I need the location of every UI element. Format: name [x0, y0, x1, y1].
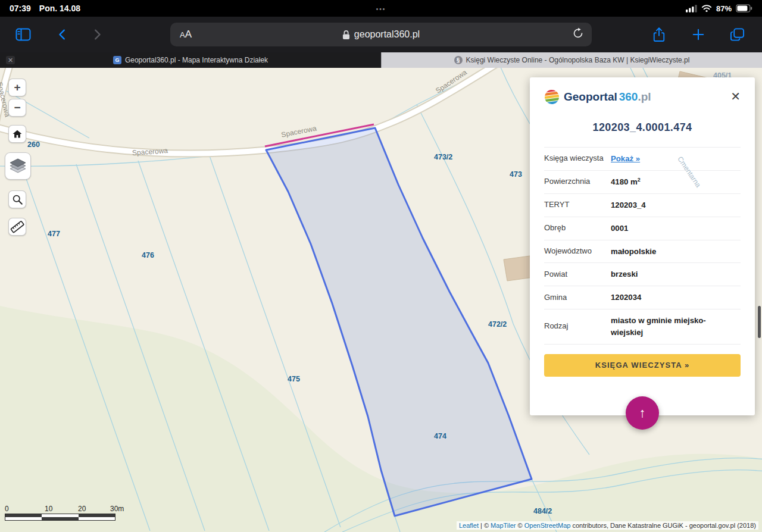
- status-date: Pon. 14.08: [39, 4, 80, 13]
- tab-bar: ✕ G Geoportal360.pl - Mapa Interaktywna …: [0, 52, 762, 68]
- row-label: Księga wieczysta: [544, 153, 611, 164]
- leaflet-link[interactable]: Leaflet: [459, 522, 479, 529]
- parcel-id-title: 120203_4.0001.474: [544, 121, 741, 134]
- chevron-right-icon: [90, 27, 104, 42]
- row-value: 4180 m2: [611, 176, 641, 188]
- scale-label: 20: [78, 505, 86, 513]
- sidebar-button[interactable]: [15, 28, 31, 41]
- parcel-label-472-2: 472/2: [488, 320, 507, 328]
- home-icon: [12, 129, 23, 139]
- row-label: Obręb: [544, 223, 611, 234]
- multitask-dots: •••: [376, 5, 386, 12]
- parcel-label-260: 260: [27, 140, 40, 149]
- parcel-label-484-2: 484/2: [533, 507, 552, 515]
- geoportal-favicon: G: [113, 56, 121, 64]
- parcel-label-474: 474: [434, 432, 446, 440]
- plus-icon: [692, 28, 705, 41]
- scale-bar: 0 10 20 30m: [5, 505, 130, 521]
- arrow-up-icon: ↑: [639, 405, 646, 420]
- reader-small-a: A: [180, 30, 185, 39]
- reload-button[interactable]: [572, 27, 584, 42]
- wifi-icon: [701, 4, 712, 12]
- parcel-label-477: 477: [48, 230, 60, 238]
- table-row: Powierzchnia 4180 m2: [544, 171, 741, 194]
- battery-icon: [736, 4, 752, 12]
- lock-icon: [342, 30, 350, 40]
- layers-icon: [9, 158, 27, 174]
- battery-percent: 87%: [716, 4, 732, 13]
- status-bar: 07:39 Pon. 14.08 ••• 87%: [0, 0, 762, 17]
- zoom-in-button[interactable]: +: [8, 79, 26, 96]
- row-value: małopolskie: [611, 246, 656, 258]
- geoportal360-logo[interactable]: Geoportal360.pl: [544, 89, 651, 105]
- table-row: Obręb 0001: [544, 217, 741, 240]
- parcel-label-475: 475: [288, 375, 300, 383]
- share-icon: [652, 26, 666, 43]
- home-button[interactable]: [8, 125, 26, 143]
- tab-title-geoportal: Geoportal360.pl - Mapa Interaktywna Dzia…: [125, 56, 268, 64]
- row-label: Rodzaj: [544, 321, 611, 332]
- table-row: Powiat brzeski: [544, 263, 741, 286]
- table-row: Gmina 1202034: [544, 286, 741, 309]
- table-row: TERYT 120203_4: [544, 194, 741, 217]
- cellular-icon: [686, 5, 697, 12]
- pokaz-link[interactable]: Pokaż »: [611, 153, 640, 165]
- reader-button[interactable]: A A: [180, 29, 192, 40]
- layers-button[interactable]: [5, 152, 31, 180]
- table-row: Rodzaj miasto w gminie miejsko-wiejskiej: [544, 309, 741, 345]
- scroll-top-fab[interactable]: ↑: [626, 396, 659, 430]
- row-label: Powierzchnia: [544, 176, 611, 187]
- measure-button[interactable]: [8, 218, 26, 236]
- tabs-icon: [730, 27, 745, 42]
- parcel-attributes-table: Księga wieczysta Pokaż » Powierzchnia 41…: [544, 147, 741, 345]
- chevron-left-icon: [56, 27, 69, 42]
- parcel-label-473: 473: [510, 170, 522, 179]
- map-attribution: Leaflet | © MapTiler © OpenStreetMap con…: [457, 521, 758, 530]
- ksiegi-favicon: §: [454, 56, 463, 64]
- scroll-indicator[interactable]: [758, 306, 761, 338]
- globe-logo-icon: [544, 89, 560, 105]
- row-value: 1202034: [611, 292, 641, 303]
- parcel-label-476: 476: [142, 251, 154, 259]
- panel-close-button[interactable]: ✕: [730, 90, 741, 102]
- row-value: 120203_4: [611, 199, 646, 211]
- parcel-label-473-2: 473/2: [434, 153, 452, 161]
- search-icon: [12, 194, 23, 205]
- scale-label: 0: [5, 505, 9, 513]
- reload-icon: [572, 27, 584, 39]
- row-value: 0001: [611, 223, 628, 234]
- table-row: Księga wieczysta Pokaż »: [544, 148, 741, 171]
- tab-ksiegi-wieczyste[interactable]: § Księgi Wieczyste Online - Ogólnopolska…: [381, 52, 762, 68]
- tab-close-button[interactable]: ✕: [6, 56, 15, 64]
- row-label: TERYT: [544, 199, 611, 211]
- ruler-icon: [10, 220, 24, 234]
- row-value: brzeski: [611, 268, 638, 280]
- search-button[interactable]: [8, 190, 26, 208]
- row-label: Województwo: [544, 246, 611, 257]
- safari-toolbar: A A geoportal360.pl: [0, 17, 762, 52]
- attribution-text: ©: [516, 522, 524, 529]
- sidebar-icon: [15, 28, 31, 41]
- maptiler-link[interactable]: MapTiler: [491, 522, 516, 529]
- forward-button[interactable]: [90, 27, 104, 42]
- tabs-button[interactable]: [730, 27, 745, 42]
- ksiega-wieczysta-button[interactable]: KSIĘGA WIECZYSTA »: [544, 354, 741, 377]
- logo-360: 360: [619, 90, 638, 103]
- attribution-text: contributors, Dane Katastralne GUGiK - g…: [570, 522, 756, 529]
- row-label: Powiat: [544, 269, 611, 280]
- scale-label: 30m: [110, 505, 124, 513]
- new-tab-button[interactable]: [692, 28, 705, 41]
- logo-tld: .pl: [638, 90, 651, 103]
- tab-title-ksiegi: Księgi Wieczyste Online - Ogólnopolska B…: [466, 56, 690, 64]
- tab-geoportal[interactable]: ✕ G Geoportal360.pl - Mapa Interaktywna …: [0, 52, 381, 68]
- url-field[interactable]: A A geoportal360.pl: [170, 23, 592, 46]
- scale-label: 10: [45, 505, 52, 513]
- clock: 07:39: [10, 4, 31, 13]
- row-value: miasto w gminie miejsko-wiejskiej: [611, 315, 736, 339]
- attribution-text: | ©: [479, 522, 491, 529]
- back-button[interactable]: [56, 27, 69, 42]
- share-button[interactable]: [652, 26, 666, 43]
- map[interactable]: Spacerowa Spacerowa Spacerowa Spacerowa …: [0, 68, 762, 532]
- openstreetmap-link[interactable]: OpenStreetMap: [524, 522, 571, 529]
- zoom-out-button[interactable]: −: [8, 99, 26, 117]
